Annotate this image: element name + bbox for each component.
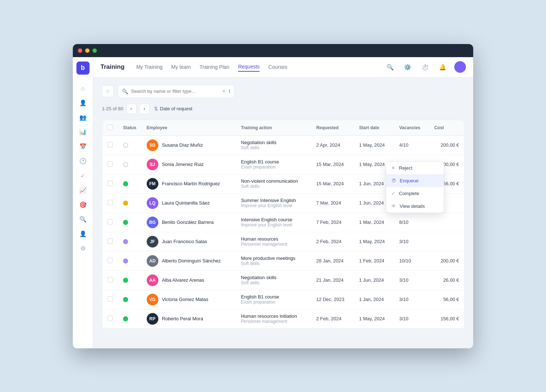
close-dot[interactable] [78, 48, 82, 53]
vacancies-6: 3/10 [394, 232, 429, 251]
status-indicator-9 [123, 297, 128, 302]
start-date-10: 1 May, 2024 [354, 309, 394, 328]
cost-8: 26,00 € [429, 270, 464, 290]
col-training-action: Training action [236, 120, 311, 136]
status-indicator-3 [123, 181, 128, 186]
status-indicator-5 [123, 220, 128, 225]
action-name-7: More productive meetings [241, 256, 306, 261]
row-checkbox-9[interactable] [107, 296, 113, 302]
action-name-6: Human resources [241, 236, 306, 242]
tab-courses[interactable]: Courses [268, 63, 287, 71]
pagination: 1-25 of 80 ‹ › [102, 104, 150, 114]
view-details-label: View details [400, 203, 425, 209]
cost-7: 200,00 € [429, 251, 464, 270]
reject-label: Reject [399, 165, 412, 171]
sidebar-icon-clock[interactable]: 🕐 [76, 155, 90, 168]
sidebar-icon-target[interactable]: 🎯 [76, 198, 90, 211]
cost-5 [429, 213, 464, 232]
maximize-dot[interactable] [92, 48, 97, 53]
reject-icon: ✕ [391, 165, 395, 171]
tab-training-plan[interactable]: Training Plan [199, 63, 229, 71]
employee-cell-4: LQ Laura Quintanilla Sáez [147, 197, 231, 209]
status-indicator-4 [123, 201, 128, 206]
table-header: Status Employee Training action Requeste… [102, 120, 464, 136]
row-checkbox-10[interactable] [107, 316, 113, 321]
tab-my-training[interactable]: My Training [136, 63, 162, 71]
table-row: SD Susana Díaz Muñiz Negotiation skills … [102, 135, 464, 155]
row-checkbox-2[interactable] [107, 161, 113, 167]
employee-avatar-5: BG [147, 217, 158, 228]
action-name-9: English B1 course [241, 294, 306, 300]
user-avatar[interactable] [454, 61, 466, 73]
col-cost: Cost [429, 120, 464, 136]
prev-page-button[interactable]: ‹ [126, 104, 136, 114]
row-checkbox-7[interactable] [107, 258, 113, 263]
action-type-4: Improve your English level [241, 203, 306, 208]
vacancies-10: 3/10 [394, 309, 429, 328]
pagination-toolbar: 1-25 of 80 ‹ › ⇅ Date of request [102, 104, 464, 114]
vacancies-9: 3/10 [394, 290, 429, 309]
sidebar-icon-settings[interactable]: ⚙ [76, 242, 90, 255]
action-type-9: Exam preparation [241, 300, 306, 305]
notification-button[interactable]: 🔔 [437, 61, 448, 73]
employee-name-10: Roberto Peral Mora [162, 316, 203, 321]
context-menu-reject[interactable]: ✕ Reject [386, 162, 444, 174]
complete-label: Complete [399, 191, 419, 196]
table: Status Employee Training action Requeste… [102, 120, 464, 329]
vacancies-8: 3/10 [394, 270, 429, 290]
col-status: Status [118, 120, 142, 136]
context-menu-complete[interactable]: ✓ Complete [386, 187, 444, 200]
tab-requests[interactable]: Requests [238, 62, 260, 72]
row-checkbox-1[interactable] [107, 142, 113, 147]
cost-9: 56,00 € [429, 290, 464, 309]
sidebar-icon-chart[interactable]: 📊 [76, 126, 90, 139]
row-checkbox-8[interactable] [107, 277, 113, 282]
training-action-cell-7: More productive meetings Soft skills [241, 256, 306, 266]
employee-cell-1: SD Susana Díaz Muñiz [147, 139, 231, 151]
clear-search-button[interactable]: ✕ [222, 89, 226, 94]
status-indicator-6 [123, 239, 128, 244]
sidebar-icon-calendar[interactable]: 📅 [76, 140, 90, 153]
sidebar-icon-search[interactable]: 🔍 [76, 213, 90, 226]
requested-date-9: 12 Dec, 2023 [311, 290, 354, 309]
training-action-cell-8: Negotiation skills Soft skills [241, 275, 306, 285]
start-date-1: 1 May, 2024 [354, 135, 394, 155]
row-checkbox-5[interactable] [107, 219, 113, 225]
app-layout: b ⌂ 👤 👥 📊 📅 🕐 ✓ 📈 🎯 🔍 👤 ⚙ Training My Tr… [73, 57, 473, 348]
row-checkbox-6[interactable] [107, 238, 113, 244]
employee-avatar-6: JF [147, 236, 158, 248]
table-row: AA Alba Alvarez Arenas Negotiation skill… [102, 270, 464, 290]
col-requested: Requested [311, 120, 354, 136]
sidebar-icon-person[interactable]: 👤 [76, 96, 90, 110]
info-button[interactable]: ℹ [229, 88, 230, 94]
sort-icon: ⇅ [154, 106, 158, 111]
sidebar-icon-person2[interactable]: 👤 [76, 227, 90, 241]
vacancies-1: 4/10 [394, 135, 429, 155]
start-date-7: 1 Feb, 2024 [354, 251, 394, 270]
page-title: Training [100, 63, 124, 71]
main-content: Training My Training My team Training Pl… [93, 57, 473, 348]
requested-date-1: 2 Apr, 2024 [311, 135, 354, 155]
sidebar-icon-home[interactable]: ⌂ [76, 82, 90, 95]
timer-button[interactable]: ⏱️ [419, 61, 431, 73]
next-page-button[interactable]: › [139, 104, 150, 114]
employee-avatar-9: VG [147, 294, 158, 305]
sidebar-icon-check[interactable]: ✓ [76, 169, 90, 182]
sidebar-icon-group[interactable]: 👥 [76, 111, 90, 124]
sidebar-icon-graph[interactable]: 📈 [76, 184, 90, 197]
settings-button[interactable]: ⚙️ [402, 61, 414, 73]
tab-my-team[interactable]: My team [171, 63, 191, 71]
row-checkbox-3[interactable] [107, 181, 113, 186]
search-button[interactable]: 🔍 [384, 61, 396, 73]
minimize-dot[interactable] [85, 48, 90, 53]
sort-button[interactable]: ⇅ Date of request [154, 106, 193, 111]
favorite-button[interactable]: ☆ [102, 86, 114, 97]
context-menu-enqueue[interactable]: ⏱ Enqueue [386, 174, 444, 187]
search-input[interactable] [131, 88, 219, 94]
row-checkbox-4[interactable] [107, 200, 113, 205]
context-menu-view-details[interactable]: 👁 View details [386, 200, 444, 213]
employee-avatar-8: AA [147, 274, 158, 286]
select-all-checkbox[interactable] [107, 124, 113, 130]
action-name-2: English B1 course [241, 159, 306, 165]
table-row: AD Alberto Dominguín Sánchez More produc… [102, 251, 464, 270]
